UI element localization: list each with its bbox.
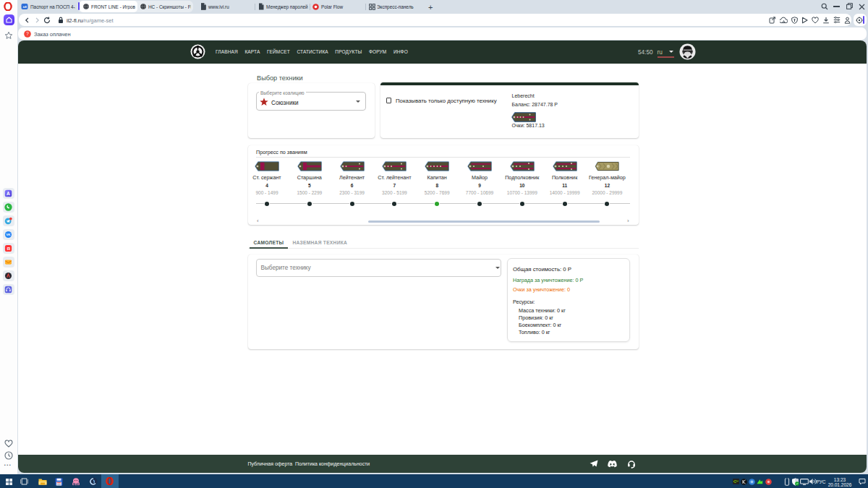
svg-text:?: ? xyxy=(26,31,29,36)
svg-text:Я: Я xyxy=(7,246,11,251)
svg-text:A: A xyxy=(7,191,11,196)
svg-text:VK: VK xyxy=(7,233,12,236)
